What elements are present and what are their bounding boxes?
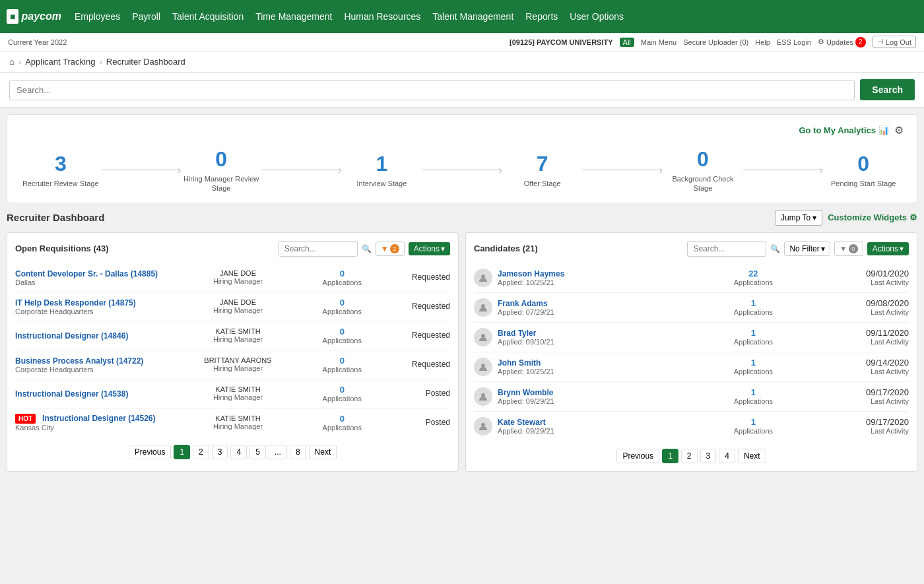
updates-button[interactable]: ⚙ Updates 2 <box>818 37 866 48</box>
help-link[interactable]: Help <box>755 38 770 46</box>
req-title-link[interactable]: IT Help Desk Responder (14875) <box>15 298 136 308</box>
main-menu-link[interactable]: Main Menu <box>641 38 676 46</box>
candidates-actions-button[interactable]: Actions ▾ <box>867 242 909 255</box>
stage-hiring-manager-review-label: Hiring Manager Review Stage <box>181 174 261 193</box>
breadcrumb-sep-1: › <box>18 57 21 67</box>
search-input[interactable] <box>9 80 855 100</box>
filter-icon: ▼ <box>381 244 389 253</box>
req-title-link[interactable]: Content Developer Sr. - Dallas (14885) <box>15 269 158 278</box>
req-apps-count: 0 <box>302 414 381 424</box>
candidates-actions-caret: ▾ <box>900 244 904 253</box>
page-ellipsis-button[interactable]: ... <box>269 445 287 459</box>
nav-talent-acquisition[interactable]: Talent Acquisition <box>172 11 244 22</box>
jump-to-label: Jump To <box>781 213 810 222</box>
req-status-col: Requested <box>387 273 450 282</box>
page-4-button[interactable]: 4 <box>230 445 247 459</box>
open-reqs-actions-button[interactable]: Actions ▾ <box>409 242 450 255</box>
page-3-button[interactable]: 3 <box>212 445 228 459</box>
applicant-tracking-link[interactable]: Applicant Tracking <box>25 57 95 67</box>
analytics-label: Go to My Analytics <box>799 125 876 135</box>
cand-apps-count: 1 <box>704 387 804 397</box>
candidates-search-icon: 🔍 <box>770 244 780 253</box>
prev-page-button[interactable]: Previous <box>129 445 172 459</box>
candidate-avatar <box>474 417 492 436</box>
open-reqs-pagination: Previous 1 2 3 4 5 ... 8 Next <box>15 445 450 459</box>
secure-uploader-link[interactable]: Secure Uploader (0) <box>683 38 748 46</box>
nav-human-resources[interactable]: Human Resources <box>344 11 420 22</box>
candidate-name-link[interactable]: John Smith <box>498 358 541 368</box>
open-reqs-search[interactable] <box>279 241 358 257</box>
stage-hiring-manager-review[interactable]: 0 Hiring Manager Review Stage <box>181 147 261 193</box>
candidate-applied-date: Applied: 09/29/21 <box>498 397 698 405</box>
req-title-link[interactable]: Instructional Designer (14538) <box>15 389 128 399</box>
customize-widgets-button[interactable]: Customize Widgets ⚙ <box>828 212 917 222</box>
breadcrumb: ⌂ › Applicant Tracking › Recruiter Dashb… <box>0 51 924 73</box>
req-title-link[interactable]: Instructional Designer (14846) <box>15 331 128 341</box>
req-title-col: Content Developer Sr. - Dallas (14885) D… <box>15 269 174 286</box>
stage-pending-start-number: 0 <box>823 152 904 176</box>
analytics-link[interactable]: Go to My Analytics 📊 <box>799 125 889 135</box>
table-row: Content Developer Sr. - Dallas (14885) D… <box>15 263 450 292</box>
nav-employees[interactable]: Employees <box>75 11 120 22</box>
candidates-controls: 🔍 No Filter ▾ ▼ 0 Actions ▾ <box>687 241 909 257</box>
page-8-button[interactable]: 8 <box>290 445 306 459</box>
candidate-name-link[interactable]: Brad Tyler <box>498 329 536 338</box>
page-2-button[interactable]: 2 <box>193 445 209 459</box>
nav-user-options[interactable]: User Options <box>570 11 624 22</box>
candidate-name-link[interactable]: Frank Adams <box>498 299 548 308</box>
stage-background-check[interactable]: 0 Background Check Stage <box>663 147 743 193</box>
candidate-avatar <box>474 298 492 317</box>
cand-page-4-button[interactable]: 4 <box>719 449 735 463</box>
next-page-button[interactable]: Next <box>309 445 337 459</box>
cand-apps-col: 1 Applications <box>704 298 804 316</box>
req-title-link[interactable]: Business Process Analyst (14722) <box>15 356 143 366</box>
cand-next-page-button[interactable]: Next <box>738 449 766 463</box>
cand-last-activity-label: Last Activity <box>808 338 909 346</box>
cand-apps-col: 1 Applications <box>704 417 804 435</box>
logout-button[interactable]: ⊣ Log Out <box>873 36 916 48</box>
candidates-list: Jameson Haymes Applied: 10/25/21 22 Appl… <box>474 263 909 441</box>
stage-offer[interactable]: 7 Offer Stage <box>502 152 583 188</box>
req-apps-label: Applications <box>302 337 381 344</box>
cand-apps-col: 1 Applications <box>704 387 804 405</box>
pipeline-gear-icon[interactable] <box>894 124 904 137</box>
cand-name-col: Brynn Womble Applied: 09/29/21 <box>498 387 698 405</box>
cand-last-activity-date: 09/08/2020 <box>808 298 909 308</box>
req-title-col: Instructional Designer (14538) <box>15 389 174 399</box>
logout-label: Log Out <box>886 38 911 46</box>
nav-time-management[interactable]: Time Management <box>255 11 332 22</box>
page-1-button[interactable]: 1 <box>174 445 190 459</box>
req-manager-name: KATIE SMITH <box>179 327 298 335</box>
stage-interview[interactable]: 1 Interview Stage <box>342 152 422 188</box>
all-badge[interactable]: All <box>620 38 634 47</box>
search-button[interactable]: Search <box>860 79 915 100</box>
candidate-name-link[interactable]: Kate Stewart <box>498 418 546 427</box>
candidates-search[interactable] <box>687 241 766 257</box>
nav-reports[interactable]: Reports <box>525 11 558 22</box>
cand-page-2-button[interactable]: 2 <box>681 449 698 463</box>
ess-login-link[interactable]: ESS Login <box>777 38 811 46</box>
cand-page-3-button[interactable]: 3 <box>700 449 717 463</box>
candidate-name-link[interactable]: Jameson Haymes <box>498 269 564 278</box>
nav-talent-management[interactable]: Talent Management <box>432 11 513 22</box>
cand-page-1-button[interactable]: 1 <box>662 449 678 463</box>
cand-prev-page-button[interactable]: Previous <box>616 449 659 463</box>
stage-pending-start[interactable]: 0 Pending Start Stage <box>823 152 904 188</box>
candidate-name-link[interactable]: Brynn Womble <box>498 388 553 397</box>
cand-apps-col: 1 Applications <box>704 328 804 346</box>
open-reqs-list: Content Developer Sr. - Dallas (14885) D… <box>15 263 450 437</box>
open-reqs-filter-button[interactable]: ▼ 2 <box>376 242 405 256</box>
page-5-button[interactable]: 5 <box>249 445 266 459</box>
req-apps-label: Applications <box>302 424 381 432</box>
cand-apps-label: Applications <box>704 338 804 346</box>
no-filter-button[interactable]: No Filter ▾ <box>784 242 830 256</box>
home-link[interactable]: ⌂ <box>9 57 15 67</box>
nav-payroll[interactable]: Payroll <box>132 11 160 22</box>
candidates-filter-button[interactable]: ▼ 0 <box>834 242 863 256</box>
cand-last-activity-label: Last Activity <box>808 427 909 435</box>
req-title-link[interactable]: Instructional Designer (14526) <box>42 414 155 423</box>
updates-label: Updates <box>826 38 853 46</box>
req-manager-role: Hiring Manager <box>179 364 298 372</box>
jump-to-button[interactable]: Jump To ▾ <box>775 210 822 226</box>
stage-recruiter-review[interactable]: 3 Recruiter Review Stage <box>20 152 101 188</box>
